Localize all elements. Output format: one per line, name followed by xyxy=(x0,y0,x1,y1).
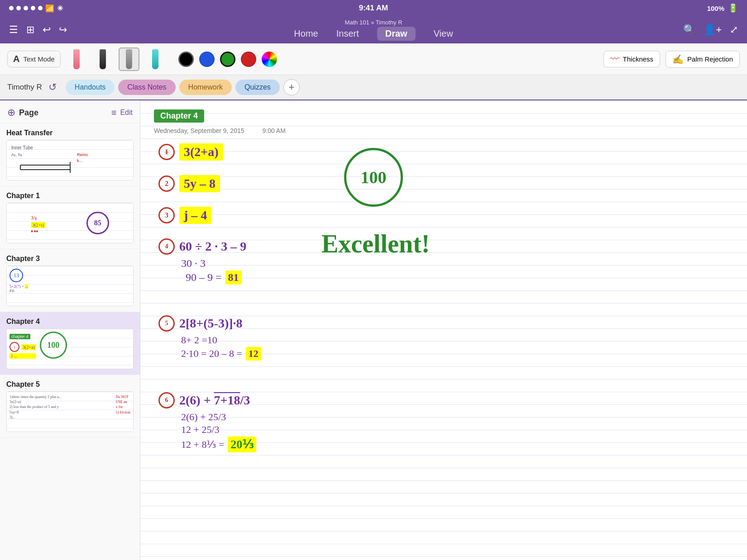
nav-home[interactable]: Home xyxy=(294,28,318,39)
user-name: Timothy R xyxy=(7,83,42,92)
score-circle: 100 xyxy=(344,148,403,207)
thickness-button[interactable]: 〰 Thickness xyxy=(603,51,661,67)
thumb-ch5-content: 1)three times the quantity 2 plus a...3x… xyxy=(7,392,133,432)
excellent-label: Excellent! xyxy=(321,229,430,258)
pen-dark-tool[interactable] xyxy=(92,47,113,71)
sidebar-item-chapter1[interactable]: Chapter 1 3/γ 3(2+s) ♦ ♦♦ 85 xyxy=(0,186,140,249)
sidebar-thumb-ch3: 13 5+2(7) = ... Fn xyxy=(6,266,134,306)
problem-4-expr: 60 ÷ 2 · 3 – 9 xyxy=(179,239,246,254)
edit-button[interactable]: Edit xyxy=(120,109,133,117)
title-right-icons: 🔍 👤+ ⤢ xyxy=(683,24,738,36)
sidebar-item-title-ch1: Chapter 1 xyxy=(6,192,134,200)
undo-icon[interactable]: ↩ xyxy=(43,24,51,36)
pen-pink-tool[interactable] xyxy=(66,47,87,71)
problem-5-expr: 2[8+(5-3)]·8 xyxy=(179,316,243,331)
add-page-button[interactable]: ⊕ xyxy=(7,107,15,119)
color-blue[interactable] xyxy=(199,52,215,67)
text-mode-button[interactable]: A Text Mode xyxy=(7,51,61,67)
problem-5: 5 2[8+(5-3)]·8 8+ 2 =10 2·10 = 20 – 8 = … xyxy=(158,315,261,361)
pen-pink-shape xyxy=(73,49,80,69)
nav-draw[interactable]: Draw xyxy=(377,27,416,41)
tab-classnotes[interactable]: Class Notes xyxy=(118,80,175,95)
problem-5-num: 5 xyxy=(158,315,175,332)
color-black[interactable] xyxy=(178,52,194,67)
problem-6: 6 2(6) + 7+18/3 2(6) + 25/3 12 + 25/3 12… xyxy=(158,392,256,452)
problem-6-step3: 12 + 8⅓ = 20⅓ xyxy=(181,437,256,452)
notebook-content: 1 3(2+a) 2 5y – 8 3 j – 4 4 60 ÷ 2 · 3 –… xyxy=(154,139,733,546)
menu-icon[interactable]: ☰ xyxy=(9,24,18,36)
thumb-ch4-content: chapter 4 1 3(2+a) 2 ... 100 xyxy=(7,329,133,369)
thumb-ch3-formula: 5+2(7) = ... xyxy=(10,284,130,289)
nav-insert[interactable]: Insert xyxy=(336,28,359,39)
pen-teal-shape xyxy=(152,49,158,69)
palm-rejection-button[interactable]: ✍ Palm Rejection xyxy=(666,51,740,68)
sidebar: ⊕ Page ≡ Edit Heat Transfer Inner Tube A… xyxy=(0,100,140,560)
add-tab-button[interactable]: + xyxy=(283,79,300,95)
notebook[interactable]: Chapter 4 Wednesday, September 9, 2015 9… xyxy=(140,100,747,560)
palm-rejection-icon: ✍ xyxy=(672,54,684,65)
pen-gray-tool[interactable] xyxy=(119,47,139,71)
status-time: 9:41 AM xyxy=(359,4,388,13)
problem-4: 4 60 ÷ 2 · 3 – 9 30 · 3 90 – 9 = 81 xyxy=(158,238,246,285)
palm-rejection-label: Palm Rejection xyxy=(687,55,733,63)
sidebar-page-title: Page xyxy=(19,108,108,118)
expand-icon[interactable]: ⤢ xyxy=(730,24,738,36)
color-green[interactable] xyxy=(220,52,235,67)
sidebar-item-title-ch4: Chapter 4 xyxy=(6,318,134,326)
nav-left-icons: ☰ ⊞ ↩ ↪ xyxy=(9,24,67,36)
pen-teal-tool[interactable] xyxy=(145,47,166,71)
add-person-icon[interactable]: 👤+ xyxy=(704,24,722,36)
thickness-label: Thickness xyxy=(623,55,654,63)
page-time: 9:00 AM xyxy=(263,127,286,134)
sidebar-thumb-heat: Inner Tube A₁, h₁ Remo k... xyxy=(6,140,134,180)
thumb-ch4-left: chapter 4 1 3(2+a) 2 ... xyxy=(10,332,36,359)
pen-gray-shape xyxy=(126,49,132,69)
sidebar-thumb-ch4: chapter 4 1 3(2+a) 2 ... 100 xyxy=(6,328,134,369)
sidebar-item-chapter3[interactable]: Chapter 3 13 5+2(7) = ... Fn xyxy=(0,249,140,312)
search-icon[interactable]: 🔍 xyxy=(683,24,695,36)
thumb-ch1-left: 3/γ 3(2+s) ♦ ♦♦ xyxy=(31,213,45,233)
score-value: 100 xyxy=(361,167,387,187)
tab-homework[interactable]: Homework xyxy=(179,80,232,95)
sidebar-item-chapter4[interactable]: Chapter 4 chapter 4 1 3(2+a) 2 ... 100 xyxy=(0,312,140,375)
back-button[interactable]: ↺ xyxy=(48,81,57,93)
main-nav: Home Insert Draw View xyxy=(294,27,453,41)
svg-text:k...: k... xyxy=(77,158,82,163)
title-bar: ☰ ⊞ ↩ ↪ Math 101 » Timothy R Home Insert… xyxy=(0,16,747,43)
problem-3-num: 3 xyxy=(158,207,175,223)
main-area: ⊕ Page ≡ Edit Heat Transfer Inner Tube A… xyxy=(0,100,747,560)
tab-quizzes[interactable]: Quizzes xyxy=(235,80,280,95)
thumb-ch4-circle: 100 xyxy=(40,332,67,359)
sidebar-toggle-icon[interactable]: ⊞ xyxy=(26,24,34,36)
thickness-icon: 〰 xyxy=(610,54,619,64)
nav-view[interactable]: View xyxy=(434,28,453,39)
signal-dot-2 xyxy=(16,6,21,10)
text-mode-icon: A xyxy=(13,54,19,64)
text-mode-label: Text Mode xyxy=(23,55,54,63)
color-wheel[interactable] xyxy=(262,52,277,67)
problem-2-num: 2 xyxy=(158,176,175,192)
sidebar-item-heat-transfer[interactable]: Heat Transfer Inner Tube A₁, h₁ Remo k..… xyxy=(0,123,140,186)
brightness-icon: ✳ xyxy=(57,4,63,13)
color-red[interactable] xyxy=(241,52,256,67)
toolbar: A Text Mode 〰 Thickness ✍ Palm Rejection xyxy=(0,43,747,75)
thumb-ch1-circle: 85 xyxy=(86,212,109,234)
redo-icon[interactable]: ↪ xyxy=(59,24,67,36)
problem-3: 3 j – 4 xyxy=(158,207,211,224)
tab-handouts[interactable]: Handouts xyxy=(66,80,115,95)
thumb-heat-content: Inner Tube A₁, h₁ Remo k... xyxy=(7,140,133,180)
thumb-ch3-sub: Fn xyxy=(10,289,130,293)
svg-text:Inner  Tube: Inner Tube xyxy=(11,145,33,150)
problem-2: 2 5y – 8 xyxy=(158,175,220,192)
status-left-indicators: 📶 ✳ xyxy=(9,4,63,13)
sidebar-item-chapter5[interactable]: Chapter 5 1)three times the quantity 2 p… xyxy=(0,375,140,438)
problem-4-num: 4 xyxy=(158,238,175,255)
thumb-ch1-content: 3/γ 3(2+s) ♦ ♦♦ 85 xyxy=(7,203,133,243)
sidebar-thumb-ch5: 1)three times the quantity 2 plus a...3x… xyxy=(6,391,134,432)
problem-5-step2: 2·10 = 20 – 8 = 12 xyxy=(181,347,261,361)
list-icon[interactable]: ≡ xyxy=(111,108,117,118)
tabs-bar: Timothy R ↺ Handouts Class Notes Homewor… xyxy=(0,75,747,100)
svg-text:Remo: Remo xyxy=(77,152,88,157)
problem-1-num: 1 xyxy=(158,144,175,160)
problem-6-step1: 2(6) + 25/3 xyxy=(181,411,256,423)
